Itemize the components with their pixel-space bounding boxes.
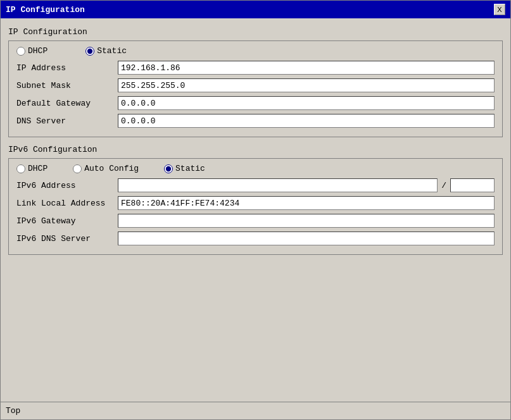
content-area: IP Configuration DHCP Static IP Address: [1, 18, 510, 402]
ipv6-dhcp-radio[interactable]: [16, 164, 25, 173]
ipv6-auto-config-label: Auto Config: [84, 164, 139, 173]
ipv6-auto-config-group: Auto Config: [73, 164, 139, 173]
subnet-mask-input[interactable]: [118, 78, 495, 92]
ipv6-address-input[interactable]: [118, 178, 438, 192]
ipv6-auto-config-radio[interactable]: [73, 164, 82, 173]
ipv4-form-section: DHCP Static IP Address Subnet Mask Defau…: [8, 40, 503, 137]
dns-server-row: DNS Server: [16, 114, 495, 128]
window-title: IP Configuration: [6, 5, 85, 15]
bottom-bar-text: Top: [6, 406, 20, 416]
ipv4-radio-row: DHCP Static: [16, 46, 495, 56]
ipv6-gateway-input[interactable]: [118, 214, 495, 228]
ipv4-static-radio[interactable]: [85, 47, 94, 56]
ipv6-static-label: Static: [175, 164, 205, 173]
link-local-address-input[interactable]: [118, 196, 495, 210]
ip-address-row: IP Address: [16, 61, 495, 75]
ipv4-dhcp-label: DHCP: [28, 46, 47, 56]
ipv6-dhcp-label: DHCP: [28, 164, 47, 173]
ipv4-section-title: IP Configuration: [8, 27, 503, 37]
ipv6-section-title: IPv6 Configuration: [8, 145, 503, 154]
dns-server-input[interactable]: [118, 114, 495, 128]
main-window: IP Configuration X IP Configuration DHCP…: [0, 0, 511, 420]
ipv6-gateway-label: IPv6 Gateway: [16, 216, 118, 226]
ipv4-static-group: Static: [85, 46, 127, 56]
ipv6-dns-server-label: IPv6 DNS Server: [16, 234, 118, 244]
close-button[interactable]: X: [494, 4, 505, 15]
default-gateway-input[interactable]: [118, 96, 495, 110]
ip-address-input[interactable]: [118, 61, 495, 75]
ipv4-static-label: Static: [97, 46, 127, 56]
title-bar: IP Configuration X: [1, 1, 510, 18]
ipv6-static-radio[interactable]: [164, 164, 173, 173]
subnet-mask-label: Subnet Mask: [16, 81, 118, 90]
bottom-bar: Top: [1, 402, 510, 419]
ipv6-dhcp-group: DHCP: [16, 164, 47, 173]
ipv6-address-row: IPv6 Address /: [16, 178, 495, 192]
ipv6-address-label: IPv6 Address: [16, 181, 118, 190]
link-local-address-label: Link Local Address: [16, 199, 118, 208]
ipv4-dhcp-group: DHCP: [16, 46, 47, 56]
ipv6-radio-row: DHCP Auto Config Static: [16, 164, 495, 173]
link-local-address-row: Link Local Address: [16, 196, 495, 210]
ipv6-gateway-row: IPv6 Gateway: [16, 214, 495, 228]
ipv6-static-group: Static: [164, 164, 205, 173]
ipv6-dns-server-input[interactable]: [118, 232, 495, 245]
default-gateway-label: Default Gateway: [16, 99, 118, 108]
ipv6-slash: /: [438, 181, 450, 190]
ipv6-form-section: DHCP Auto Config Static IPv6 Address /: [8, 158, 503, 255]
dns-server-label: DNS Server: [16, 116, 118, 126]
ipv6-dns-server-row: IPv6 DNS Server: [16, 232, 495, 245]
default-gateway-row: Default Gateway: [16, 96, 495, 110]
ip-address-label: IP Address: [16, 63, 118, 73]
ipv4-dhcp-radio[interactable]: [16, 47, 25, 56]
ipv6-suffix-input[interactable]: [450, 178, 495, 192]
subnet-mask-row: Subnet Mask: [16, 78, 495, 92]
